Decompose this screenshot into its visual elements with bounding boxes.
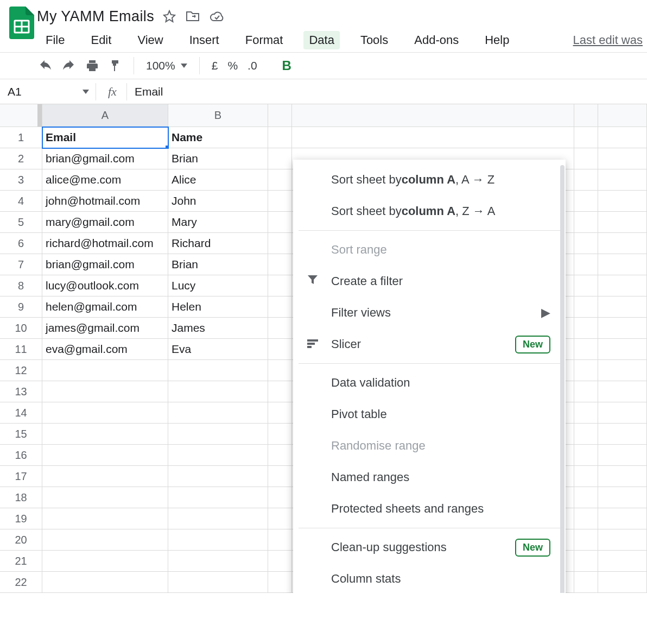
- cell[interactable]: [574, 127, 598, 148]
- cell[interactable]: [574, 424, 598, 445]
- cell[interactable]: Email: [42, 127, 168, 148]
- cell[interactable]: [598, 254, 647, 275]
- cell[interactable]: eva@gmail.com: [42, 339, 168, 360]
- column-header[interactable]: [598, 104, 647, 127]
- cell[interactable]: [574, 551, 598, 572]
- cell[interactable]: [168, 508, 268, 529]
- cell[interactable]: James: [168, 318, 268, 339]
- cloud-check-icon[interactable]: [210, 11, 225, 22]
- cell[interactable]: [268, 402, 292, 424]
- cell[interactable]: [598, 360, 647, 381]
- menu-addons[interactable]: Add-ons: [409, 31, 464, 49]
- currency-button[interactable]: £: [212, 59, 218, 72]
- create-filter[interactable]: Create a filter: [293, 266, 566, 297]
- protected-sheets[interactable]: Protected sheets and ranges: [293, 493, 566, 525]
- cell[interactable]: [42, 572, 168, 593]
- cell[interactable]: [598, 148, 647, 169]
- cell[interactable]: [42, 402, 168, 424]
- cell[interactable]: Eva: [168, 339, 268, 360]
- cell[interactable]: John: [168, 191, 268, 212]
- cell[interactable]: [168, 529, 268, 551]
- sort-sheet-desc[interactable]: Sort sheet by column A, Z → A: [293, 195, 566, 227]
- cell[interactable]: [574, 445, 598, 466]
- cell[interactable]: [598, 296, 647, 318]
- cell[interactable]: [268, 572, 292, 593]
- cell[interactable]: brian@gmail.com: [42, 148, 168, 169]
- cell[interactable]: Richard: [168, 233, 268, 254]
- cell[interactable]: [268, 424, 292, 445]
- cell[interactable]: [598, 466, 647, 487]
- cell[interactable]: [268, 212, 292, 233]
- cell[interactable]: [268, 466, 292, 487]
- zoom-select[interactable]: 100%: [138, 59, 195, 72]
- cell[interactable]: [268, 233, 292, 254]
- cell[interactable]: [598, 339, 647, 360]
- cell[interactable]: [268, 296, 292, 318]
- row-header[interactable]: 19: [0, 508, 42, 529]
- cell[interactable]: [268, 169, 292, 191]
- cell[interactable]: [574, 296, 598, 318]
- cell[interactable]: [42, 529, 168, 551]
- redo-icon[interactable]: [62, 60, 76, 71]
- cell[interactable]: Alice: [168, 169, 268, 191]
- cell[interactable]: [42, 508, 168, 529]
- row-header[interactable]: 4: [0, 191, 42, 212]
- cell[interactable]: [574, 148, 598, 169]
- cell[interactable]: [598, 233, 647, 254]
- cell[interactable]: [598, 551, 647, 572]
- menu-tools[interactable]: Tools: [355, 31, 394, 49]
- cell[interactable]: richard@hotmail.com: [42, 233, 168, 254]
- cell[interactable]: [268, 318, 292, 339]
- document-title[interactable]: My YAMM Emails: [37, 8, 154, 25]
- star-icon[interactable]: [163, 10, 176, 23]
- cell[interactable]: [168, 402, 268, 424]
- cell[interactable]: [574, 487, 598, 508]
- menu-help[interactable]: Help: [479, 31, 515, 49]
- row-header[interactable]: 2: [0, 148, 42, 169]
- cell[interactable]: [598, 275, 647, 296]
- cell[interactable]: [574, 508, 598, 529]
- cell[interactable]: [42, 360, 168, 381]
- paint-format-icon[interactable]: [109, 59, 122, 72]
- column-header[interactable]: [268, 104, 292, 127]
- cell[interactable]: [268, 127, 292, 148]
- cell[interactable]: [268, 191, 292, 212]
- decimal-button[interactable]: .0: [248, 59, 257, 72]
- cell[interactable]: john@hotmail.com: [42, 191, 168, 212]
- cell[interactable]: [42, 551, 168, 572]
- cell[interactable]: [598, 212, 647, 233]
- row-header[interactable]: 20: [0, 529, 42, 551]
- cell[interactable]: [574, 381, 598, 402]
- cell[interactable]: [268, 529, 292, 551]
- last-edit-link[interactable]: Last edit was: [573, 33, 643, 47]
- cell[interactable]: [574, 402, 598, 424]
- row-header[interactable]: 10: [0, 318, 42, 339]
- cell[interactable]: [574, 572, 598, 593]
- menu-insert[interactable]: Insert: [184, 31, 225, 49]
- cell[interactable]: [268, 381, 292, 402]
- cell[interactable]: [268, 487, 292, 508]
- column-header-b[interactable]: B: [168, 104, 268, 127]
- row-header[interactable]: 16: [0, 445, 42, 466]
- row-header[interactable]: 1: [0, 127, 42, 148]
- cell[interactable]: [268, 508, 292, 529]
- cell[interactable]: [598, 508, 647, 529]
- cell[interactable]: [574, 466, 598, 487]
- cell[interactable]: [168, 466, 268, 487]
- cell[interactable]: [574, 254, 598, 275]
- filter-views[interactable]: Filter views ▶: [293, 297, 566, 329]
- data-validation[interactable]: Data validation: [293, 367, 566, 399]
- cell[interactable]: [598, 169, 647, 191]
- cell[interactable]: [574, 529, 598, 551]
- cell[interactable]: [292, 127, 574, 148]
- cell[interactable]: Brian: [168, 148, 268, 169]
- row-header[interactable]: 11: [0, 339, 42, 360]
- sort-sheet-asc[interactable]: Sort sheet by column A, A → Z: [293, 164, 566, 195]
- row-header[interactable]: 22: [0, 572, 42, 593]
- move-folder-icon[interactable]: [186, 10, 200, 22]
- cell[interactable]: [168, 424, 268, 445]
- cell[interactable]: Brian: [168, 254, 268, 275]
- cell[interactable]: [574, 169, 598, 191]
- cell[interactable]: [168, 445, 268, 466]
- cell[interactable]: [168, 487, 268, 508]
